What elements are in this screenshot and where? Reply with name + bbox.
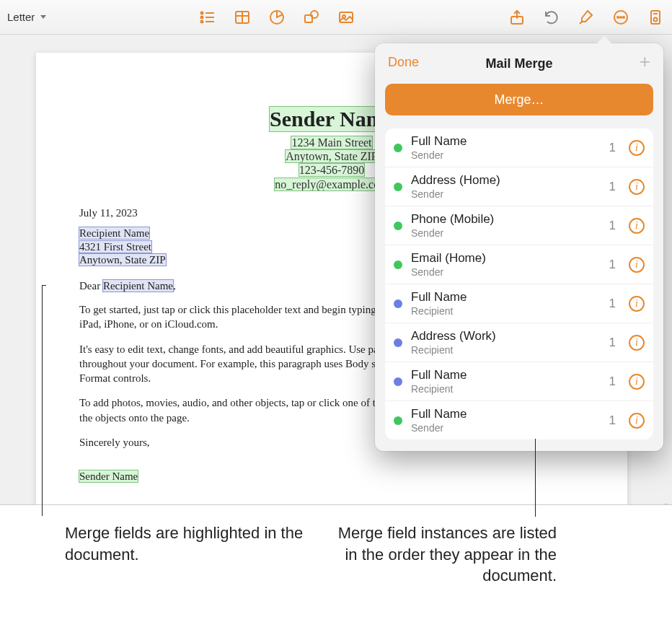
row-count: 1 <box>609 141 616 155</box>
row-count: 1 <box>609 413 616 428</box>
row-count: 1 <box>609 297 616 311</box>
sender-citystate-field[interactable]: Anytown, State ZIP <box>286 150 378 162</box>
row-subtitle: Sender <box>411 266 601 278</box>
row-title: Full Name <box>411 407 601 421</box>
merge-field-row[interactable]: Phone (Mobile)Sender1i <box>385 206 653 245</box>
info-icon[interactable]: i <box>629 218 645 234</box>
status-dot-icon <box>394 144 402 152</box>
row-subtitle: Sender <box>411 227 601 239</box>
row-count: 1 <box>609 258 616 272</box>
info-icon[interactable]: i <box>629 413 645 429</box>
callout-leader-left <box>42 285 43 516</box>
status-dot-icon <box>394 260 402 269</box>
mail-merge-popover: Done Mail Merge + Merge… Full NameSender… <box>375 43 663 451</box>
row-subtitle: Sender <box>411 149 601 161</box>
status-dot-icon <box>394 416 402 425</box>
toolbar: Letter <box>0 0 672 35</box>
info-icon[interactable]: i <box>629 374 645 390</box>
merge-field-row[interactable]: Full NameRecipient1i <box>385 362 653 401</box>
merge-field-row[interactable]: Full NameRecipient1i <box>385 284 653 323</box>
row-title: Address (Home) <box>411 173 601 188</box>
list-icon[interactable] <box>198 8 217 27</box>
share-icon[interactable] <box>508 8 526 27</box>
recipient-street-field[interactable]: 4321 First Street <box>79 241 151 253</box>
svg-point-20 <box>654 17 658 21</box>
info-icon[interactable]: i <box>629 140 645 156</box>
undo-icon[interactable] <box>542 8 561 27</box>
svg-point-17 <box>620 17 622 18</box>
merge-button[interactable]: Merge… <box>385 84 653 115</box>
svg-point-11 <box>311 11 318 18</box>
chart-icon[interactable] <box>268 8 286 27</box>
doc-title-dropdown[interactable]: Letter <box>7 11 46 23</box>
signature-name-field[interactable]: Sender Name <box>79 470 138 482</box>
status-dot-icon <box>394 299 402 308</box>
status-dot-icon <box>394 222 402 230</box>
row-title: Email (Home) <box>411 251 601 266</box>
format-brush-icon[interactable] <box>577 8 596 27</box>
done-button[interactable]: Done <box>388 55 419 70</box>
svg-point-16 <box>617 17 619 18</box>
row-count: 1 <box>609 375 616 389</box>
svg-point-2 <box>201 16 203 18</box>
svg-point-0 <box>201 12 203 14</box>
row-title: Phone (Mobile) <box>411 212 601 227</box>
doc-title-label: Letter <box>7 11 35 23</box>
row-count: 1 <box>609 219 616 233</box>
more-icon[interactable] <box>611 8 630 27</box>
status-dot-icon <box>394 377 402 386</box>
greeting-name-field[interactable]: Recipient Name <box>103 280 173 292</box>
merge-field-row[interactable]: Address (Work)Recipient1i <box>385 323 653 362</box>
row-subtitle: Sender <box>411 188 601 200</box>
recipient-name-field[interactable]: Recipient Name <box>79 227 149 239</box>
recipient-citystate-field[interactable]: Anytown, State ZIP <box>79 254 166 266</box>
info-icon[interactable]: i <box>629 335 645 351</box>
info-icon[interactable]: i <box>629 296 645 312</box>
sender-phone-field[interactable]: 123-456-7890 <box>299 164 365 176</box>
svg-point-18 <box>623 17 624 18</box>
merge-field-row[interactable]: Full NameSender1i <box>385 128 653 167</box>
callout-left: Merge fields are highlighted in the docu… <box>36 522 332 587</box>
table-icon[interactable] <box>233 8 252 27</box>
add-button[interactable]: + <box>640 55 650 68</box>
sender-street-field[interactable]: 1234 Main Street <box>291 136 371 149</box>
row-title: Full Name <box>411 290 601 305</box>
merge-field-row[interactable]: Email (Home)Sender1i <box>385 245 653 284</box>
callout-right: Merge field instances are listed in the … <box>332 522 636 587</box>
document-options-icon[interactable] <box>646 8 665 27</box>
merge-field-row[interactable]: Address (Home)Sender1i <box>385 167 653 206</box>
row-subtitle: Recipient <box>411 344 601 356</box>
info-icon[interactable]: i <box>629 257 645 273</box>
status-dot-icon <box>394 338 402 347</box>
info-icon[interactable]: i <box>629 179 645 195</box>
status-dot-icon <box>394 183 402 191</box>
callouts: Merge fields are highlighted in the docu… <box>0 505 672 604</box>
svg-point-4 <box>201 20 203 22</box>
row-title: Full Name <box>411 368 601 382</box>
media-icon[interactable] <box>337 8 355 27</box>
row-title: Full Name <box>411 134 601 149</box>
chevron-down-icon <box>40 15 46 19</box>
merge-field-row[interactable]: Full NameSender1i <box>385 401 653 439</box>
row-subtitle: Sender <box>411 422 601 434</box>
row-subtitle: Recipient <box>411 383 601 395</box>
merge-field-list: Full NameSender1iAddress (Home)Sender1iP… <box>385 128 653 439</box>
shapes-icon[interactable] <box>302 8 321 27</box>
row-count: 1 <box>609 180 616 194</box>
popover-title: Mail Merge <box>485 56 552 71</box>
row-title: Address (Work) <box>411 329 601 343</box>
sender-email-field[interactable]: no_reply@example.com <box>275 178 388 190</box>
row-subtitle: Recipient <box>411 305 601 317</box>
row-count: 1 <box>609 336 616 350</box>
